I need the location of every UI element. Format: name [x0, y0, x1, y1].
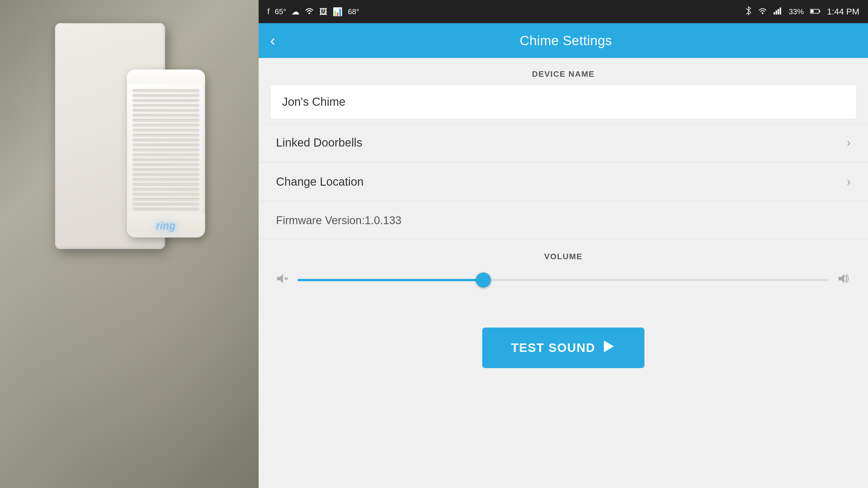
device-name-field[interactable]: Jon's Chime [270, 85, 857, 119]
volume-slider-fill [298, 279, 484, 281]
svg-point-0 [308, 12, 310, 14]
svg-marker-12 [838, 274, 844, 283]
ring-logo: ring [156, 220, 176, 232]
temperature2-display: 68° [348, 7, 359, 16]
grille-line [133, 182, 199, 185]
chart-icon: 📊 [333, 7, 343, 17]
grille-line [133, 197, 199, 200]
grille-line [133, 123, 199, 126]
grille-line [133, 178, 199, 180]
app-panel: f 65° ☁ 🖼 📊 68° [259, 0, 868, 488]
wifi2-icon [758, 7, 767, 17]
chime-bottom: ring [127, 214, 205, 238]
device-name-section-label: DEVICE NAME [259, 58, 868, 85]
chime-device: ring [127, 69, 205, 238]
bluetooth-icon [745, 6, 751, 18]
svg-rect-2 [774, 12, 775, 14]
grille-line [133, 163, 199, 165]
grille-line [133, 109, 199, 111]
grille-line [133, 202, 199, 205]
grille-line [133, 173, 199, 175]
grille-line [133, 138, 199, 141]
wifi-icon [305, 7, 314, 17]
firmware-item: Firmware Version:1.0.133 [259, 202, 868, 239]
photo-panel: ring [0, 0, 259, 488]
grille-line [133, 192, 199, 195]
volume-slider-track[interactable] [298, 279, 829, 281]
svg-marker-9 [277, 274, 283, 283]
grille-line [133, 207, 199, 210]
grille-line [133, 99, 199, 101]
grille-line [133, 168, 199, 170]
grille-line [133, 104, 199, 106]
svg-rect-3 [776, 10, 777, 14]
grille-line [133, 114, 199, 116]
battery-percentage: 33% [788, 7, 804, 16]
current-time: 1:44 PM [827, 7, 859, 17]
grille-line [133, 158, 199, 160]
chime-top [127, 69, 205, 84]
svg-point-1 [762, 12, 764, 14]
linked-doorbells-label: Linked Doorbells [276, 136, 362, 149]
volume-min-icon [276, 273, 289, 287]
battery-icon [810, 7, 820, 16]
grille-line [133, 118, 199, 121]
firmware-text: Firmware Version:1.0.133 [276, 214, 401, 226]
change-location-item[interactable]: Change Location › [259, 163, 868, 201]
change-location-chevron: › [847, 175, 850, 188]
grille-line [133, 94, 199, 96]
svg-rect-7 [819, 10, 820, 12]
page-title: Chime Settings [275, 33, 857, 49]
svg-rect-4 [778, 9, 779, 14]
change-location-label: Change Location [276, 175, 364, 188]
wall-plate: ring [55, 23, 165, 249]
facebook-icon: f [267, 7, 270, 16]
svg-rect-8 [811, 10, 813, 13]
grille-line [133, 89, 199, 92]
back-button[interactable]: ‹ [270, 33, 275, 48]
svg-rect-5 [780, 7, 781, 14]
volume-slider-thumb[interactable] [476, 273, 491, 287]
status-right: 33% 1:44 PM [745, 6, 859, 18]
app-header: ‹ Chime Settings [259, 23, 868, 58]
temperature-display: 65° [275, 7, 286, 16]
svg-marker-13 [604, 341, 614, 352]
volume-max-icon [837, 273, 850, 287]
signal-bars-icon [774, 7, 782, 17]
test-sound-label: TEST SOUND [511, 341, 595, 355]
linked-doorbells-item[interactable]: Linked Doorbells › [259, 124, 868, 162]
play-icon [601, 339, 615, 357]
status-bar: f 65° ☁ 🖼 📊 68° [259, 0, 868, 23]
image-icon: 🖼 [319, 7, 327, 17]
grille-line [133, 153, 199, 155]
test-sound-button[interactable]: TEST SOUND [482, 328, 645, 368]
app-content: DEVICE NAME Jon's Chime Linked Doorbells… [259, 58, 868, 488]
grille-line [133, 128, 199, 131]
volume-control [276, 273, 850, 287]
volume-section: VOLUME [259, 240, 868, 299]
test-sound-wrapper: TEST SOUND [259, 313, 868, 380]
grille-line [133, 187, 199, 190]
grille-line [133, 143, 199, 146]
grille-line [133, 148, 199, 151]
volume-section-label: VOLUME [276, 252, 850, 261]
chime-grilles [127, 84, 205, 214]
grille-line [133, 133, 199, 136]
linked-doorbells-chevron: › [847, 136, 850, 149]
weather-icon: ☁ [291, 7, 300, 17]
